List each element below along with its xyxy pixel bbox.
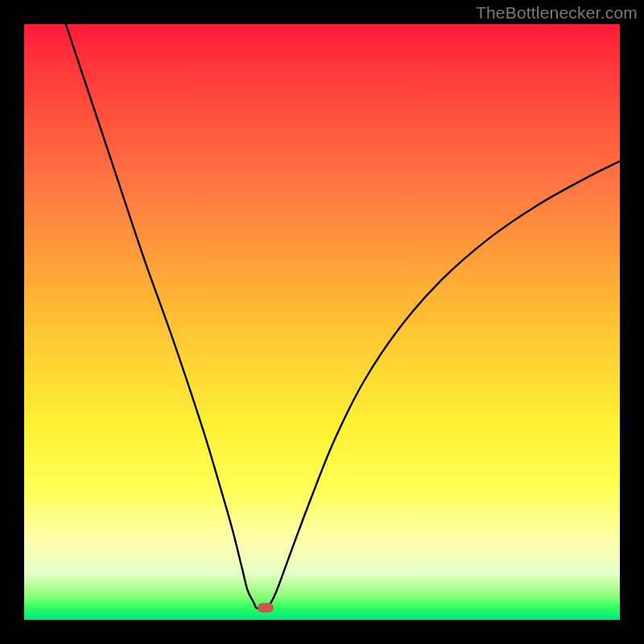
curve-svg <box>24 24 620 620</box>
chart-frame: TheBottlenecker.com <box>0 0 644 644</box>
bottleneck-curve <box>66 24 620 609</box>
plot-area <box>24 24 620 620</box>
optimum-marker <box>258 603 274 613</box>
watermark-text: TheBottlenecker.com <box>476 3 638 23</box>
